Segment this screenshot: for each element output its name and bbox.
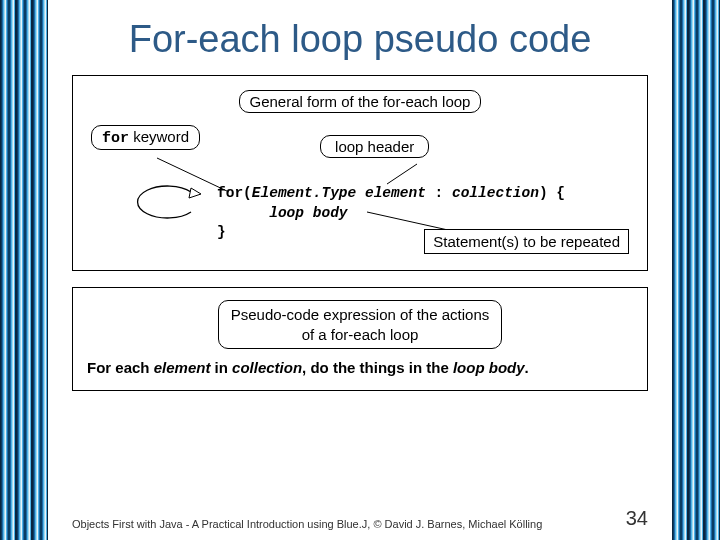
footer-credit: Objects First with Java - A Practical In… (72, 518, 542, 530)
loop-arrow-icon (119, 178, 205, 228)
code-diagram: for(Element.Type element : collection) {… (87, 166, 633, 254)
slide-content: For-each loop pseudo code General form o… (48, 0, 672, 540)
decorative-feather-right (672, 0, 720, 540)
pseudo-code-box: Pseudo-code expression of the actions of… (72, 287, 648, 391)
pseudo-code-sentence: For each element in collection, do the t… (87, 359, 633, 376)
slide-title: For-each loop pseudo code (72, 18, 648, 61)
statement-repeated-label: Statement(s) to be repeated (424, 229, 629, 254)
page-number: 34 (626, 507, 648, 530)
general-form-caption: General form of the for-each loop (239, 90, 482, 113)
svg-marker-3 (189, 188, 201, 198)
slide-footer: Objects First with Java - A Practical In… (72, 507, 648, 530)
decorative-feather-left (0, 0, 48, 540)
svg-line-1 (387, 164, 417, 184)
general-form-box: General form of the for-each loop for ke… (72, 75, 648, 271)
pseudo-code-caption: Pseudo-code expression of the actions of… (218, 300, 503, 349)
for-keyword-label: for keyword (91, 125, 200, 150)
loop-header-label: loop header (320, 135, 429, 158)
